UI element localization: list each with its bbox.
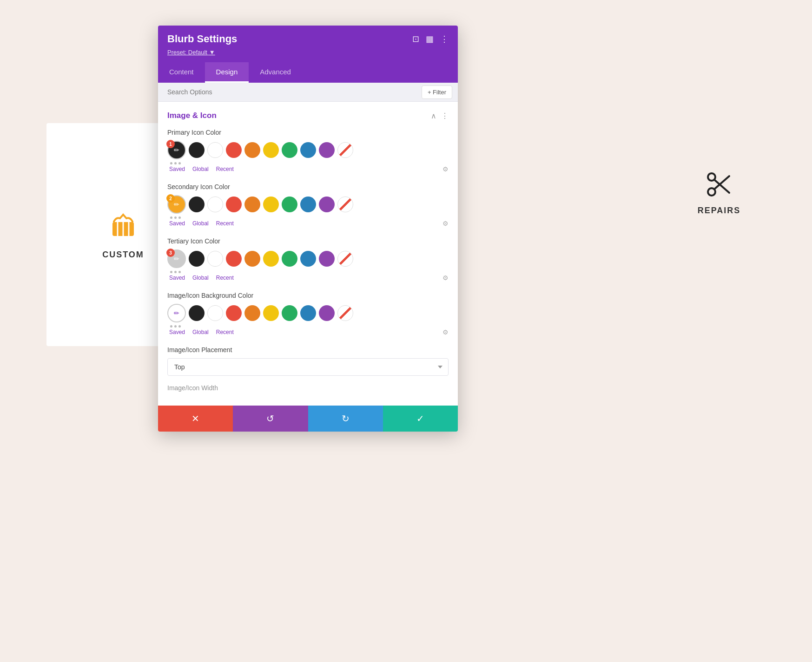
dot (178, 271, 181, 273)
edit-icon-2: ✏ (174, 201, 179, 208)
tertiary-color-row: 3 ✏ (167, 249, 449, 268)
secondary-meta: Saved Global Recent ⚙ (167, 220, 449, 227)
swatch-black-2[interactable] (189, 197, 205, 212)
dot (170, 271, 172, 273)
swatch-none-3[interactable] (337, 251, 353, 267)
swatch-orange-2[interactable] (244, 197, 260, 212)
panel-preset: Preset: Default ▼ (167, 49, 449, 56)
swatch-green-3[interactable] (282, 251, 297, 267)
secondary-color-picker[interactable]: 2 ✏ (167, 195, 186, 214)
settings-icon-3[interactable]: ⚙ (442, 274, 449, 282)
cancel-button[interactable]: ✕ (158, 406, 233, 432)
save-button[interactable]: ✓ (383, 406, 458, 432)
global-btn-2[interactable]: Global (192, 220, 209, 227)
filter-button[interactable]: + Filter (422, 85, 452, 99)
background-color-setting: Image/Icon Background Color ✏ (167, 292, 449, 336)
tertiary-icon-color-label: Tertiary Icon Color (167, 237, 449, 245)
section-header: Image & Icon ∧ ⋮ (167, 111, 449, 120)
swatch-green-4[interactable] (282, 305, 297, 321)
saved-btn-3[interactable]: Saved (169, 275, 185, 281)
swatch-black-1[interactable] (189, 142, 205, 158)
swatch-none-4[interactable] (337, 305, 353, 321)
eyedropper-icon: ✏ (174, 309, 179, 317)
swatch-white-4[interactable] (207, 305, 223, 321)
global-btn-4[interactable]: Global (192, 329, 209, 335)
global-btn-3[interactable]: Global (192, 275, 209, 281)
swatch-blue-1[interactable] (300, 142, 316, 158)
placement-label: Image/Icon Placement (167, 346, 449, 354)
swatch-white-2[interactable] (207, 197, 223, 212)
repairs-label: REPAIRS (698, 206, 741, 216)
global-btn-1[interactable]: Global (192, 166, 209, 172)
section-title: Image & Icon (167, 111, 217, 120)
saved-btn-1[interactable]: Saved (169, 166, 185, 172)
preset-link[interactable]: Preset: Default ▼ (167, 49, 215, 56)
swatch-blue-3[interactable] (300, 251, 316, 267)
dots-row-2 (167, 216, 449, 219)
dot (174, 216, 177, 219)
background-color-label: Image/Icon Background Color (167, 292, 449, 299)
fullscreen-icon[interactable]: ⊡ (412, 34, 419, 44)
swatch-black-3[interactable] (189, 251, 205, 267)
settings-icon-2[interactable]: ⚙ (442, 220, 449, 227)
swatch-purple-4[interactable] (319, 305, 335, 321)
search-bar: + Filter (158, 83, 458, 102)
recent-btn-4[interactable]: Recent (216, 329, 234, 335)
swatch-red-3[interactable] (226, 251, 242, 267)
swatch-green-1[interactable] (282, 142, 297, 158)
panel-body: Image & Icon ∧ ⋮ Primary Icon Color 1 ✏ (158, 102, 458, 406)
swatch-white-1[interactable] (207, 142, 223, 158)
primary-color-picker[interactable]: 1 ✏ (167, 141, 186, 159)
recent-btn-2[interactable]: Recent (216, 220, 234, 227)
swatch-orange-4[interactable] (244, 305, 260, 321)
background-color-picker[interactable]: ✏ (167, 304, 186, 322)
swatch-yellow-3[interactable] (263, 251, 279, 267)
panel-header-icons: ⊡ ▦ ⋮ (412, 34, 449, 44)
swatch-purple-3[interactable] (319, 251, 335, 267)
custom-label: CUSTOM (102, 250, 144, 260)
swatch-yellow-2[interactable] (263, 197, 279, 212)
section-more-icon[interactable]: ⋮ (441, 111, 449, 120)
swatch-green-2[interactable] (282, 197, 297, 212)
swatch-blue-4[interactable] (300, 305, 316, 321)
swatch-black-4[interactable] (189, 305, 205, 321)
more-icon[interactable]: ⋮ (440, 34, 449, 44)
recent-btn-3[interactable]: Recent (216, 275, 234, 281)
swatch-purple-1[interactable] (319, 142, 335, 158)
collapse-icon[interactable]: ∧ (431, 111, 436, 120)
secondary-badge: 2 (166, 194, 175, 203)
recent-btn-1[interactable]: Recent (216, 166, 234, 172)
layout-icon[interactable]: ▦ (426, 34, 434, 44)
placement-select[interactable]: Top Left Right Bottom (167, 358, 449, 376)
swatch-yellow-1[interactable] (263, 142, 279, 158)
saved-btn-2[interactable]: Saved (169, 220, 185, 227)
swatch-white-3[interactable] (207, 251, 223, 267)
swatch-red-4[interactable] (226, 305, 242, 321)
section-header-controls: ∧ ⋮ (431, 111, 449, 120)
swatch-blue-2[interactable] (300, 197, 316, 212)
swatch-red-2[interactable] (226, 197, 242, 212)
tertiary-color-picker[interactable]: 3 ✏ (167, 249, 186, 268)
tab-design[interactable]: Design (205, 62, 249, 83)
swatch-purple-2[interactable] (319, 197, 335, 212)
redo-button[interactable]: ↻ (308, 406, 383, 432)
swatch-orange-1[interactable] (244, 142, 260, 158)
swatch-yellow-4[interactable] (263, 305, 279, 321)
undo-button[interactable]: ↺ (233, 406, 308, 432)
swatch-none-1[interactable] (337, 142, 353, 158)
dot (170, 162, 172, 164)
swatch-none-2[interactable] (337, 197, 353, 212)
settings-icon-4[interactable]: ⚙ (442, 328, 449, 336)
settings-icon-1[interactable]: ⚙ (442, 165, 449, 173)
placement-setting: Image/Icon Placement Top Left Right Bott… (167, 346, 449, 376)
tertiary-badge: 3 (166, 249, 175, 257)
saved-btn-4[interactable]: Saved (169, 329, 185, 335)
swatch-orange-3[interactable] (244, 251, 260, 267)
tab-content[interactable]: Content (158, 62, 205, 83)
dot (174, 162, 177, 164)
swatch-red-1[interactable] (226, 142, 242, 158)
panel-header: Blurb Settings ⊡ ▦ ⋮ Preset: Default ▼ (158, 26, 458, 62)
tab-advanced[interactable]: Advanced (249, 62, 302, 83)
search-input[interactable] (164, 83, 422, 101)
secondary-icon-color-setting: Secondary Icon Color 2 ✏ (167, 183, 449, 227)
